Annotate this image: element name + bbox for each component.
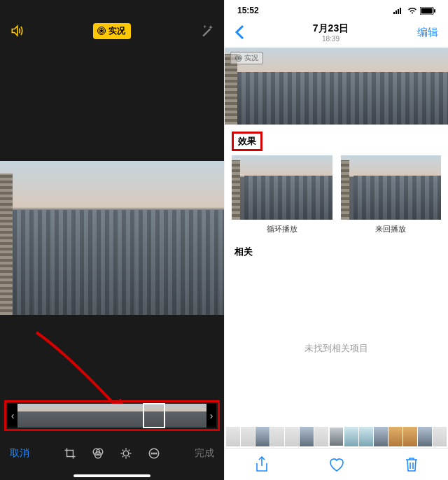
svg-point-8 [151,453,153,454]
effects-row: 循环播放 来回播放 [225,155,448,234]
photo-detail [13,210,224,315]
viewer-screen: 15:52 7月23日 18:39 编辑 实况 效果 循环播放 [224,0,448,480]
photo-detail [237,72,448,125]
more-icon[interactable] [148,447,160,460]
photo-detail [0,174,13,315]
strip-thumb[interactable] [403,427,417,446]
strip-thumb[interactable] [270,427,284,446]
effect-label: 来回播放 [341,224,442,234]
back-icon[interactable] [234,24,244,40]
cancel-button[interactable]: 取消 [10,447,29,460]
battery-icon [420,7,435,15]
svg-point-0 [101,30,103,32]
wifi-icon [407,7,417,14]
signal-icon [393,7,405,14]
strip-thumb[interactable] [388,427,402,446]
frame-thumb[interactable] [18,404,38,428]
frame-scrubber[interactable]: ‹ › [8,404,216,428]
frame-thumb-selected[interactable] [144,404,164,428]
done-button[interactable]: 完成 [195,447,214,460]
crop-icon[interactable] [64,447,76,460]
frame-thumb[interactable] [102,404,122,428]
strip-thumb[interactable] [374,427,388,446]
strip-thumb[interactable] [241,427,255,446]
effects-section-label: 效果 [232,132,262,151]
live-photo-badge: 实况 [230,52,263,64]
effect-thumb [341,155,442,220]
chevron-right-icon[interactable]: › [206,404,216,428]
strip-thumb[interactable] [344,427,358,446]
heart-icon[interactable] [328,457,345,472]
svg-point-18 [238,57,240,59]
svg-point-6 [123,451,129,456]
viewer-toolbar [225,448,448,480]
photo-preview[interactable] [0,161,224,315]
home-indicator[interactable] [74,474,150,477]
strip-thumb[interactable] [226,427,240,446]
editor-screen: 实况 ‹ › 取消 [0,0,224,480]
filmstrip-highlight-box: ‹ › [4,400,220,431]
status-time: 15:52 [237,6,259,15]
strip-thumb[interactable] [433,427,447,446]
viewer-header: 7月23日 18:39 编辑 [225,17,448,48]
effect-thumb [232,155,332,220]
related-section-label: 相关 [234,246,448,258]
strip-thumb[interactable] [285,427,299,446]
edit-button[interactable]: 编辑 [417,26,438,39]
frame-thumb[interactable] [122,404,144,428]
header-date: 7月23日 [313,22,349,35]
svg-point-9 [153,453,155,454]
frame-thumb[interactable] [186,404,206,428]
svg-rect-14 [400,8,401,14]
svg-point-10 [155,453,157,454]
volume-icon[interactable] [10,24,24,38]
frame-list[interactable] [18,404,206,428]
strip-thumb-selected[interactable] [329,427,343,446]
frame-thumb[interactable] [59,404,80,428]
frame-thumb[interactable] [38,404,59,428]
share-icon[interactable] [255,456,269,473]
svg-rect-11 [393,12,395,14]
editor-bottom-bar: 取消 完成 [0,435,224,480]
effect-loop[interactable]: 循环播放 [232,155,332,234]
editor-top-bar: 实况 [0,0,224,49]
live-photo-label: 实况 [108,25,125,37]
empty-state-text: 未找到相关项目 [225,342,448,355]
effect-bounce[interactable]: 来回播放 [341,155,442,234]
svg-rect-12 [396,10,397,14]
strip-thumb[interactable] [314,427,328,446]
trash-icon[interactable] [405,456,419,473]
svg-rect-13 [398,9,399,14]
svg-rect-17 [434,9,435,13]
hero-photo[interactable]: 实况 [225,48,448,125]
strip-thumb[interactable] [359,427,373,446]
chevron-left-icon[interactable]: ‹ [8,404,18,428]
strip-thumb[interactable] [255,427,270,446]
adjust-icon[interactable] [120,447,132,460]
frame-thumb[interactable] [80,404,102,428]
svg-rect-16 [421,8,433,13]
header-title: 7月23日 18:39 [313,22,349,43]
effect-label: 循环播放 [232,224,332,234]
status-bar: 15:52 [225,0,448,17]
frame-thumb[interactable] [164,404,186,428]
header-time: 18:39 [313,35,349,43]
strip-thumb[interactable] [300,427,314,446]
filters-icon[interactable] [92,447,104,460]
live-photo-label: 实况 [244,53,258,63]
photo-strip[interactable] [225,427,448,446]
magic-wand-icon[interactable] [200,24,214,38]
live-photo-badge[interactable]: 实况 [93,23,131,39]
strip-thumb[interactable] [418,427,432,446]
